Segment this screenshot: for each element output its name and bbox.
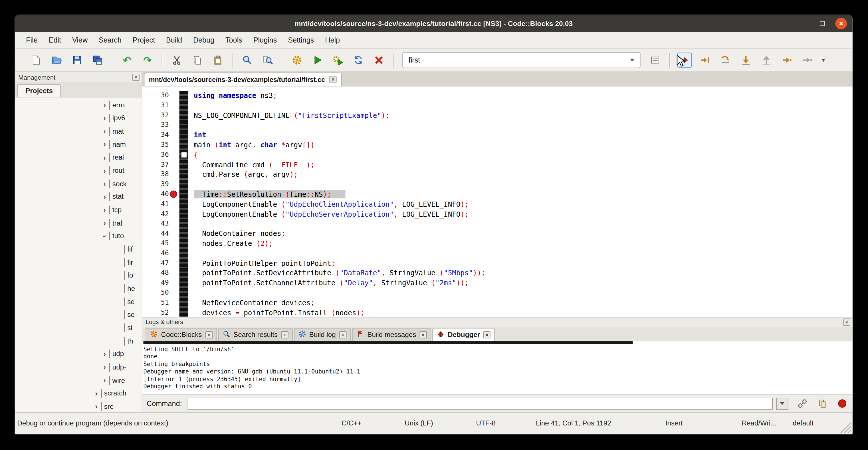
chevron-right-icon[interactable]: › — [101, 219, 108, 227]
step-into-button[interactable] — [739, 53, 753, 67]
code-line[interactable]: 40 Time::SetResolution (Time::NS); — [143, 189, 852, 199]
fold-margin[interactable] — [180, 308, 188, 317]
code-line[interactable]: 45 nodes.Create (2); — [143, 239, 852, 249]
menu-project[interactable]: Project — [127, 34, 160, 47]
code-line[interactable]: 41 LogComponentEnable ("UdpEchoClientApp… — [143, 199, 852, 209]
redo-button[interactable]: ↷ — [140, 53, 155, 67]
tree-item-erro[interactable]: ›erro — [15, 98, 142, 112]
breakpoint-marker[interactable] — [170, 190, 177, 198]
step-out-button[interactable] — [759, 53, 774, 67]
abort-button[interactable] — [372, 53, 386, 67]
tree-item-tuto[interactable]: ›tuto — [15, 230, 142, 243]
new-file-button[interactable] — [29, 53, 44, 67]
tree-item-stat[interactable]: ›stat — [15, 190, 142, 204]
code-line[interactable]: 44 NodeContainer nodes; — [143, 229, 852, 239]
build-and-run-button[interactable] — [331, 53, 345, 67]
chevron-right-icon[interactable]: › — [101, 180, 108, 187]
tree-item-he[interactable]: he — [15, 282, 142, 295]
line-number[interactable]: 30 — [143, 91, 174, 101]
tree-item-udp[interactable]: ›udp- — [15, 361, 142, 374]
copy-log-button[interactable] — [816, 397, 828, 410]
code-line[interactable]: 33 — [143, 120, 852, 130]
fold-margin[interactable] — [180, 120, 188, 130]
fold-margin[interactable] — [180, 219, 188, 229]
line-number[interactable]: 32 — [143, 111, 174, 120]
fold-margin[interactable]: − — [180, 150, 188, 160]
tab-close-icon[interactable]: × — [205, 331, 212, 338]
debugger-log[interactable]: Setting SHELL to '/bin/sh'doneSetting br… — [143, 341, 852, 394]
management-close-icon[interactable]: × — [132, 74, 140, 81]
build-button[interactable] — [290, 53, 305, 67]
chevron-right-icon[interactable]: › — [101, 154, 108, 161]
fold-margin[interactable] — [180, 91, 188, 101]
line-number[interactable]: 38 — [143, 170, 174, 180]
run-button[interactable] — [310, 53, 325, 67]
line-number[interactable]: 39 — [143, 180, 174, 189]
menu-tools[interactable]: Tools — [220, 34, 248, 47]
editor-tab[interactable]: mnt/dev/tools/source/ns-3-dev/examples/t… — [144, 72, 342, 86]
find-in-files-button[interactable] — [260, 53, 275, 67]
chevron-down-icon[interactable]: › — [101, 233, 108, 240]
menu-view[interactable]: View — [66, 34, 93, 47]
fold-margin[interactable] — [180, 259, 188, 268]
rebuild-button[interactable] — [351, 53, 366, 67]
chevron-right-icon[interactable]: › — [101, 115, 108, 122]
logs-close-icon[interactable]: × — [843, 318, 850, 326]
fold-margin[interactable] — [180, 101, 188, 111]
chevron-right-icon[interactable]: › — [101, 141, 108, 148]
next-line-button[interactable] — [718, 53, 733, 67]
menu-debug[interactable]: Debug — [187, 34, 220, 47]
code-line[interactable]: 42 LogComponentEnable ("UdpEchoServerApp… — [143, 209, 852, 219]
fold-margin[interactable] — [180, 180, 188, 189]
tab-close-icon[interactable]: × — [281, 331, 288, 338]
save-all-button[interactable] — [90, 53, 105, 67]
fold-margin[interactable] — [180, 249, 188, 259]
tree-item-nam[interactable]: ›nam — [15, 138, 142, 151]
tree-item-scratch[interactable]: ›scratch — [15, 387, 142, 400]
chevron-right-icon[interactable]: › — [101, 377, 108, 384]
tree-item-wire[interactable]: ›wire — [15, 374, 142, 387]
step-into-instruction-button[interactable] — [800, 53, 815, 67]
fold-margin[interactable] — [180, 170, 188, 180]
line-number[interactable]: 34 — [143, 130, 174, 140]
chevron-right-icon[interactable]: › — [93, 403, 100, 410]
code-line[interactable]: 39 — [143, 180, 852, 189]
editor-tab-close-icon[interactable]: × — [329, 76, 336, 83]
line-number[interactable]: 42 — [143, 209, 174, 219]
line-number[interactable]: 33 — [143, 120, 174, 130]
menu-plugins[interactable]: Plugins — [248, 34, 282, 47]
tree-item-tcp[interactable]: ›tcp — [15, 203, 142, 216]
maximize-icon[interactable] — [817, 18, 828, 29]
fold-margin[interactable] — [180, 130, 188, 140]
tab-close-icon[interactable]: × — [483, 331, 491, 338]
chevron-right-icon[interactable]: › — [101, 351, 108, 358]
code-line[interactable]: 35main (int argc, char *argv[]) — [143, 140, 852, 150]
chevron-right-icon[interactable]: › — [101, 364, 108, 371]
chevron-right-icon[interactable]: › — [101, 102, 108, 109]
code-line[interactable]: 47 PointToPointHelper pointToPoint; — [143, 259, 852, 268]
code-editor[interactable]: 30using namespace ns3;3132NS_LOG_COMPONE… — [143, 87, 852, 317]
fold-margin[interactable] — [180, 288, 188, 298]
line-number[interactable]: 37 — [143, 160, 174, 170]
fold-margin[interactable] — [180, 140, 188, 150]
fold-margin[interactable] — [180, 239, 188, 249]
incremental-search-input[interactable] — [403, 56, 630, 64]
tree-item-se[interactable]: se — [15, 308, 142, 322]
undo-button[interactable]: ↶ — [120, 53, 134, 67]
logs-tab-debugger[interactable]: Debugger× — [432, 328, 495, 341]
line-number[interactable]: 44 — [143, 229, 174, 239]
line-number[interactable]: 31 — [143, 101, 174, 111]
open-file-button[interactable] — [49, 53, 64, 67]
command-input[interactable] — [187, 397, 773, 410]
fold-margin[interactable] — [180, 189, 188, 199]
code-line[interactable]: 51 NetDeviceContainer devices; — [143, 298, 852, 308]
find-button[interactable] — [240, 53, 254, 67]
menu-settings[interactable]: Settings — [282, 34, 319, 47]
projects-tab[interactable]: Projects — [17, 84, 61, 97]
menu-file[interactable]: File — [21, 34, 43, 47]
code-line[interactable]: 38 cmd.Parse (argc, argv); — [143, 170, 852, 180]
fold-margin[interactable] — [180, 209, 188, 219]
save-button[interactable] — [70, 53, 85, 67]
line-number[interactable]: 47 — [143, 259, 174, 268]
line-number[interactable]: 52 — [143, 308, 174, 317]
